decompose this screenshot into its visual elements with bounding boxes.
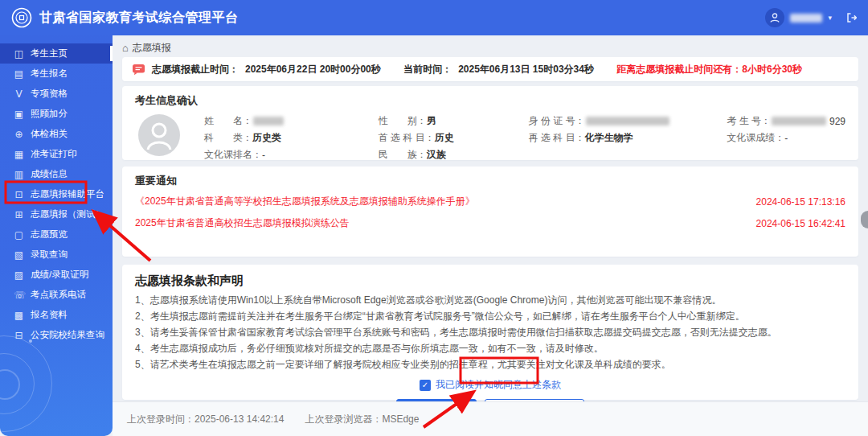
sidebar-item-label: 报名资料 xyxy=(31,309,68,321)
candidate-field: 民 族： 汉族 xyxy=(379,146,529,163)
sidebar-item-icon: ⊕ xyxy=(14,129,24,140)
field-label: 姓 名： xyxy=(204,114,252,128)
candidate-field: 姓 名： xyxy=(204,113,379,130)
candidate-field: 文化课排名： - xyxy=(204,146,379,163)
sidebar-item[interactable]: ▦ 准考证打印 xyxy=(0,144,113,164)
sidebar-item-label: 成绩信息 xyxy=(31,168,68,180)
candidate-field: 考 生 号： 929 xyxy=(727,113,845,130)
sidebar-item-label: 志愿填报辅助平台 xyxy=(31,188,104,200)
sidebar-item-label: 专项资格 xyxy=(31,88,68,100)
last-login-browser: 上次登录浏览器：MSEdge xyxy=(305,413,419,426)
field-label: 民 族： xyxy=(379,148,427,162)
sidebar-item-icon: ◫ xyxy=(14,48,24,60)
sidebar-item[interactable]: ▥ 成绩信息 xyxy=(0,164,113,184)
notice-link[interactable]: 2025年甘肃省普通高校招生志愿填报模拟演练公告 xyxy=(135,216,350,230)
breadcrumb-label: 志愿填报 xyxy=(133,41,171,55)
sidebar-item[interactable]: ☏ 考点联系电话 xyxy=(0,285,113,305)
home-icon: ⌂ xyxy=(122,42,129,54)
candidate-field: 再 选 科 目： 化学生物学 xyxy=(529,130,727,146)
user-icon xyxy=(769,12,780,23)
field-value: 历史类 xyxy=(252,131,281,145)
terms-line: 3、请考生妥善保管甘肃省国家教育考试综合管理平台系统账号和密码，考生志愿填报时需… xyxy=(135,325,845,340)
sidebar-item[interactable]: ▩ 报名资料 xyxy=(0,305,113,325)
sidebar-item-label: 考生主页 xyxy=(31,47,68,60)
field-label: 性 别： xyxy=(379,114,427,128)
main-content: ⌂ 志愿填报 志愿填报截止时间： 2025年06月22日 20时00分00秒 当… xyxy=(113,35,868,436)
sidebar-item[interactable]: ⊡ 志愿填报辅助平台 xyxy=(0,184,113,204)
countdown-text: 距离志愿填报截止时间还有：8小时6分30秒 xyxy=(616,63,802,76)
field-value: - xyxy=(784,133,788,144)
sidebar-item-label: 成绩/录取证明 xyxy=(31,269,88,281)
sidebar-item[interactable]: ⊕ 体检相关 xyxy=(0,124,113,144)
page-title: 甘肃省国家教育考试综合管理平台 xyxy=(39,10,239,27)
last-login-time: 上次登录时间：2025-06-13 14:42:14 xyxy=(127,413,284,426)
sidebar-item-icon: ▥ xyxy=(14,169,24,180)
notice-date: 2024-06-15 16:42:41 xyxy=(756,218,845,229)
field-label: 科 类： xyxy=(204,131,252,145)
important-notice-card: 重要通知 《2025年甘肃省普通高等学校招生志愿填报系统及志愿填报辅助系统操作手… xyxy=(122,167,858,257)
deadline-value: 2025年06月22日 20时00分00秒 xyxy=(245,63,381,76)
sidebar-item-label: 准考证打印 xyxy=(31,148,77,160)
sidebar-item[interactable]: ▧ 录取查询 xyxy=(0,245,113,265)
username-masked[interactable] xyxy=(790,14,822,23)
platform-logo-icon xyxy=(11,7,32,28)
sidebar-item-icon: ⊞ xyxy=(14,209,24,220)
candidate-info-title: 考生信息确认 xyxy=(135,93,845,108)
sidebar-item-label: 志愿填报（测试） xyxy=(31,208,104,220)
terms-line: 1、志愿填报系统请使用Win10以上系统自带Microsoft Edge浏览器或… xyxy=(135,293,845,308)
sidebar-item-label: 考生报名 xyxy=(31,68,68,80)
user-avatar[interactable] xyxy=(765,8,784,27)
field-value: 汉族 xyxy=(427,148,446,162)
sidebar-item[interactable]: ◫ 考生主页 xyxy=(0,43,113,64)
sidebar-item[interactable]: Ⅴ 专项资格 xyxy=(0,84,113,104)
sidebar-item[interactable]: ▨ 成绩/录取证明 xyxy=(0,265,113,285)
sidebar-item-icon: ▢ xyxy=(14,229,24,241)
masked-value xyxy=(586,117,669,125)
sidebar-item-icon: ⊟ xyxy=(14,330,24,341)
notice-row[interactable]: 2025年甘肃省普通高校招生志愿填报模拟演练公告 2024-06-15 16:4… xyxy=(135,212,845,234)
sidebar-item[interactable]: ▤ 考生报名 xyxy=(0,64,113,84)
breadcrumb: ⌂ 志愿填报 xyxy=(122,40,858,55)
sidebar-item[interactable]: ▢ 志愿预览 xyxy=(0,224,113,245)
sidebar-item[interactable]: ▣ 照顾加分 xyxy=(0,104,113,124)
sidebar-item-icon: ⊡ xyxy=(14,189,24,200)
sidebar: ◫ 考生主页 ▤ 考生报名 Ⅴ 专项资格 ▣ 照顾加分 ⊕ 体检相关 ▦ 准考证… xyxy=(0,35,113,436)
notice-date: 2024-06-15 17:13:16 xyxy=(756,196,845,208)
app-header: 甘肃省国家教育考试综合管理平台 ▾ xyxy=(0,0,868,35)
masked-value xyxy=(253,117,284,125)
notice-title: 重要通知 xyxy=(135,174,845,188)
sidebar-item-icon: ▨ xyxy=(14,269,24,281)
current-time-value: 2025年06月13日 15时03分34秒 xyxy=(458,63,594,76)
candidate-info-card: 考生信息确认 姓 名： 科 类： xyxy=(122,86,858,160)
field-label: 首 选 科 目： xyxy=(379,131,435,145)
candidate-field: 科 类： 历史类 xyxy=(204,130,379,146)
field-label: 考 生 号： xyxy=(727,114,771,128)
deadline-alert-bar: 志愿填报截止时间： 2025年06月22日 20时00分00秒 当前时间： 20… xyxy=(122,57,858,81)
sidebar-item-icon: ▩ xyxy=(14,310,24,321)
alert-message-icon xyxy=(132,64,145,76)
notice-row[interactable]: 《2025年甘肃省普通高等学校招生志愿填报系统及志愿填报辅助系统操作手册》 20… xyxy=(135,191,845,212)
field-label: 文化课成绩： xyxy=(727,131,784,145)
field-value: 929 xyxy=(829,116,845,127)
logout-icon[interactable] xyxy=(845,12,857,23)
field-value: 历史 xyxy=(435,131,454,145)
person-icon xyxy=(138,114,180,156)
notice-link[interactable]: 《2025年甘肃省普通高等学校招生志愿填报系统及志愿填报辅助系统操作手册》 xyxy=(135,195,475,208)
side-panel-handle[interactable] xyxy=(861,211,868,228)
field-label: 身 份 证 号： xyxy=(529,114,585,128)
agree-checkbox[interactable]: ✓ xyxy=(420,380,431,391)
sidebar-item[interactable]: ⊟ 公安院校结果查询 xyxy=(0,325,113,345)
sidebar-item-label: 志愿预览 xyxy=(31,228,68,241)
sidebar-item-icon: ▧ xyxy=(14,249,24,261)
field-value: 男 xyxy=(427,114,436,128)
sidebar-item[interactable]: ⊞ 志愿填报（测试） xyxy=(0,204,113,224)
field-value: 化学生物学 xyxy=(585,131,633,145)
field-label: 再 选 科 目： xyxy=(529,131,585,145)
terms-line: 5、请艺术类考生在填报志愿之前一定要详细了解报考院校相应专业类别的招生章程，尤其… xyxy=(135,357,845,372)
sidebar-item-icon: ☏ xyxy=(14,290,24,301)
candidate-avatar xyxy=(138,114,180,156)
sidebar-item-icon: ▤ xyxy=(14,68,24,80)
deadline-label: 志愿填报截止时间： xyxy=(152,63,239,76)
chevron-down-icon[interactable]: ▾ xyxy=(828,14,832,22)
sidebar-item-icon: ▣ xyxy=(14,109,24,120)
